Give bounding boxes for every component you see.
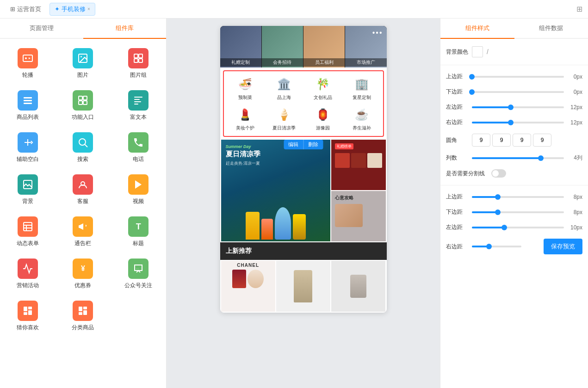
padding-right-thumb[interactable]: [508, 120, 514, 125]
comp-announcement[interactable]: 通告栏: [56, 211, 111, 253]
bg-color-picker[interactable]: [472, 46, 483, 57]
phone-frame: 礼赠定制 会务招待 员工福利 市场推广 •••: [220, 26, 387, 313]
comp-category-goods[interactable]: 分类商品: [56, 295, 111, 337]
inner-left-row: 左边距 10px: [446, 223, 582, 231]
comp-dynamic-form[interactable]: 动态表单: [0, 211, 56, 253]
inner-top-track[interactable]: [472, 196, 564, 198]
cat-item-6[interactable]: 🏮 游豫园: [303, 104, 342, 134]
comp-phone[interactable]: 电话: [111, 127, 166, 169]
svg-rect-0: [23, 55, 32, 62]
cat-icon-5: 🍦: [276, 106, 292, 123]
comp-coupon[interactable]: ¥ 优惠券: [56, 253, 111, 295]
inner-left-track[interactable]: [472, 227, 564, 228]
cat-label-7: 养生滋补: [353, 125, 371, 131]
columns-thumb[interactable]: [538, 155, 544, 161]
comp-video[interactable]: 视频: [111, 169, 166, 211]
inner-bottom-track[interactable]: [472, 211, 564, 213]
comp-spacer[interactable]: 辅助空白: [0, 127, 56, 169]
inner-top-fill: [472, 196, 498, 198]
comp-func-entry[interactable]: 功能入口: [56, 85, 111, 127]
svg-point-19: [79, 139, 86, 145]
right-tab-bar: 组件样式 组件数据: [440, 18, 588, 39]
comp-image[interactable]: 图片: [56, 43, 111, 85]
comp-goods-list[interactable]: 商品列表: [0, 85, 56, 127]
tab-component-data[interactable]: 组件数据: [514, 18, 588, 38]
inner-left-thumb[interactable]: [501, 225, 507, 230]
divider-toggle-label: 是否需要分割线: [446, 170, 488, 178]
comp-carousel[interactable]: 轮播: [0, 43, 56, 85]
padding-top-track[interactable]: [472, 76, 564, 78]
inner-right-row: 右边距 保存预览: [446, 239, 582, 254]
comp-marketing[interactable]: 营销活动: [0, 253, 56, 295]
corner-bl[interactable]: [533, 134, 551, 147]
slash-icon[interactable]: /: [487, 48, 489, 55]
comp-category-goods-label: 分类商品: [72, 324, 94, 332]
corner-tl[interactable]: [472, 134, 490, 147]
comp-customer-service[interactable]: 客服: [56, 169, 111, 211]
padding-left-track[interactable]: [472, 106, 564, 108]
padding-right-track[interactable]: [472, 122, 564, 123]
cat-item-0[interactable]: 🍜 预制菜: [226, 73, 265, 104]
corner-tr[interactable]: [492, 134, 511, 147]
comp-guess-like[interactable]: 猜你喜欢: [0, 295, 56, 337]
comp-wechat-follow[interactable]: 公众号关注: [111, 253, 166, 295]
svg-rect-9: [24, 100, 32, 101]
nav-tab-mobile[interactable]: ✦ 手机装修 ×: [50, 3, 95, 16]
comp-search[interactable]: 搜索: [56, 127, 111, 169]
inner-top-value: 8px: [568, 194, 582, 200]
inner-top-slider-container: 8px: [472, 194, 582, 200]
comp-wechat-follow-label: 公众号关注: [124, 282, 152, 289]
save-preview-button[interactable]: 保存预览: [544, 239, 582, 254]
comp-image-group[interactable]: 图片组: [111, 43, 166, 85]
ad-right-bot: 心意攻略: [331, 191, 386, 241]
padding-bottom-slider-container: 0px: [472, 89, 582, 95]
cat-item-2[interactable]: 🎋 文创礼品: [303, 73, 342, 104]
svg-rect-34: [83, 310, 87, 315]
banner-label-3: 市场推广: [345, 58, 386, 67]
video-icon: [128, 174, 149, 195]
inner-bottom-row: 下边距 8px: [446, 208, 582, 216]
edit-button[interactable]: 编辑: [284, 140, 303, 149]
inner-right-track[interactable]: [472, 246, 521, 247]
inner-top-thumb[interactable]: [495, 194, 501, 200]
nav-tab-home[interactable]: ⊞ 运营首页: [6, 3, 46, 15]
cat-item-7[interactable]: ☕ 养生滋补: [342, 104, 381, 134]
padding-left-thumb[interactable]: [508, 105, 514, 110]
cat-item-3[interactable]: 🏢 复星定制: [342, 73, 381, 104]
product-item-1: [276, 261, 330, 312]
main-layout: 页面管理 组件库 轮播 图片 图片组: [0, 18, 588, 388]
corner-br[interactable]: [513, 134, 531, 147]
svg-point-3: [80, 56, 82, 57]
padding-right-value: 12px: [568, 119, 582, 126]
tab-component-library[interactable]: 组件库: [83, 18, 167, 39]
tab-component-style[interactable]: 组件样式: [440, 18, 514, 39]
cat-item-5[interactable]: 🍦 夏日清凉季: [265, 104, 303, 134]
cat-item-4[interactable]: 💄 美妆个护: [226, 104, 265, 134]
nav-mobile-label: 手机装修: [62, 5, 86, 13]
banner-section: 礼赠定制 会务招待 员工福利 市场推广 •••: [220, 26, 387, 68]
inner-bottom-thumb[interactable]: [495, 209, 501, 215]
padding-bottom-thumb[interactable]: [469, 89, 475, 95]
comp-title[interactable]: T 标题: [111, 211, 166, 253]
delete-button[interactable]: 删除: [303, 140, 323, 149]
columns-label: 列数: [446, 154, 468, 162]
right-content: 背景颜色 / 上边距 0px 下边距: [440, 39, 588, 262]
close-tab-button[interactable]: ×: [87, 6, 90, 12]
svg-line-20: [85, 145, 88, 148]
search-icon: [73, 132, 93, 153]
inner-left-slider-container: 10px: [472, 224, 582, 231]
cat-icon-3: 🏢: [353, 76, 370, 92]
divider-toggle[interactable]: [491, 169, 506, 178]
comp-rich-text[interactable]: 富文本: [111, 85, 166, 127]
cat-item-1[interactable]: 🏛️ 品上海: [265, 73, 303, 104]
inner-top-row: 上边距 8px: [446, 193, 582, 201]
columns-track[interactable]: [472, 157, 564, 159]
comp-background[interactable]: 背景: [0, 169, 56, 211]
svg-rect-33: [83, 307, 87, 309]
tab-page-management[interactable]: 页面管理: [0, 18, 83, 38]
inner-right-thumb[interactable]: [486, 244, 492, 249]
padding-top-thumb[interactable]: [469, 74, 475, 80]
padding-right-fill: [472, 122, 511, 123]
padding-bottom-track[interactable]: [472, 91, 564, 93]
columns-fill: [472, 157, 541, 159]
